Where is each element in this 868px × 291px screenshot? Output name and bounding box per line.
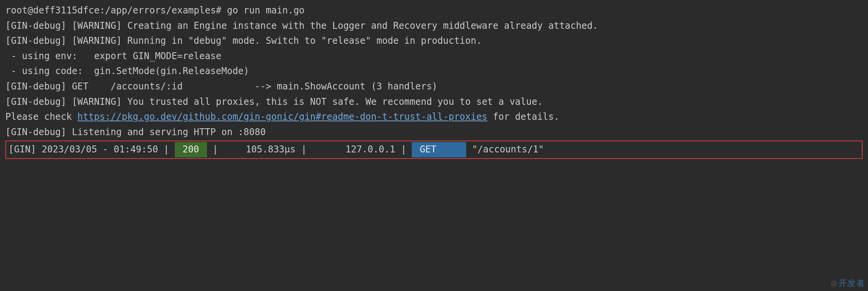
check-pre: Please check (5, 111, 77, 122)
check-post: for details. (487, 111, 559, 122)
prompt-symbol: # (216, 5, 221, 16)
request-latency: 105.833µs (246, 142, 296, 157)
output-line: [GIN-debug] Listening and serving HTTP o… (5, 125, 863, 140)
output-line: [GIN-debug] [WARNING] Creating an Engine… (5, 18, 863, 34)
watermark: @开发者 (830, 276, 865, 290)
method-badge: GET (412, 142, 466, 157)
output-line: - using env: export GIN_MODE=release (5, 49, 863, 64)
output-line: [GIN-debug] [WARNING] Running in "debug"… (5, 33, 863, 49)
watermark-text: 开发者 (838, 278, 865, 288)
proxies-doc-link[interactable]: https://pkg.go.dev/github.com/gin-gonic/… (77, 111, 487, 122)
prompt-path: /app/errors/examples (105, 5, 216, 16)
request-path: "/accounts/1" (472, 142, 544, 157)
output-line: Please check https://pkg.go.dev/github.c… (5, 109, 863, 125)
request-prefix: [GIN] (8, 142, 42, 157)
request-log-line: [GIN] 2023/03/05 - 01:49:50 | 200 | 105.… (5, 141, 863, 159)
request-timestamp: 2023/03/05 - 01:49:50 (42, 142, 158, 157)
prompt-user-host: root@deff3115dfce (5, 5, 100, 16)
prompt-command: go run main.go (227, 5, 304, 16)
output-line: - using code: gin.SetMode(gin.ReleaseMod… (5, 64, 863, 79)
output-line: [GIN-debug] GET /accounts/:id --> main.S… (5, 79, 863, 94)
status-badge: 200 (175, 142, 207, 157)
prompt-line: root@deff3115dfce:/app/errors/examples# … (5, 3, 863, 18)
request-ip: 127.0.0.1 (345, 142, 395, 157)
output-line: [GIN-debug] [WARNING] You trusted all pr… (5, 94, 863, 110)
watermark-at: @ (830, 279, 838, 287)
